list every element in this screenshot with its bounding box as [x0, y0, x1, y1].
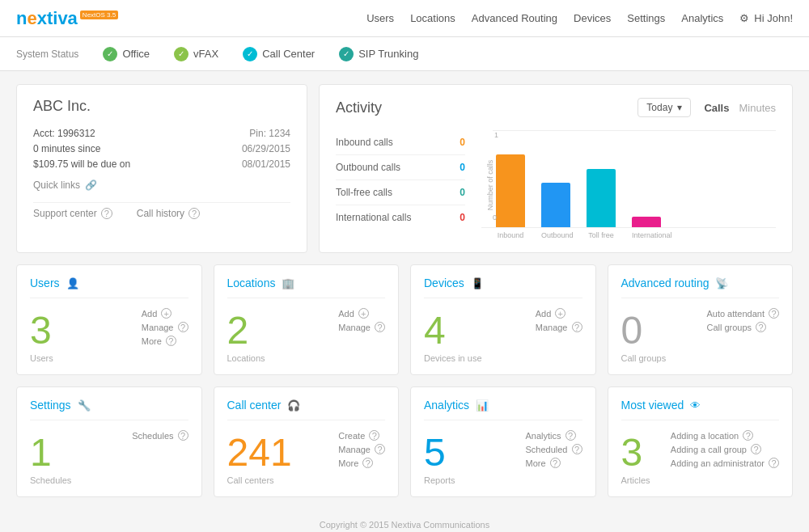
locations-count: 2 [227, 311, 265, 350]
activity-filter[interactable]: Today ▾ [637, 98, 691, 117]
nav-advanced-routing[interactable]: Advanced Routing [472, 12, 557, 24]
nav-locations[interactable]: Locations [410, 12, 455, 24]
scheduled-icon: ? [572, 444, 582, 454]
users-more[interactable]: More? [142, 336, 188, 346]
widget-devices: Devices 📱 4 Devices in use Add+ Manage? [410, 264, 596, 375]
add-location-label: Adding a location [671, 431, 739, 441]
locations-actions: Add+ Manage? [338, 308, 385, 332]
nav-devices[interactable]: Devices [574, 12, 611, 24]
analytics-analytics[interactable]: Analytics? [526, 430, 582, 441]
subnav-sip-trunking[interactable]: ✓ SIP Trunking [339, 47, 418, 61]
more-label: More [526, 458, 546, 468]
settings-actions: Schedules? [132, 430, 188, 441]
analytics-actions: Analytics? Scheduled? More? [526, 430, 582, 468]
analytics-more[interactable]: More? [526, 458, 582, 468]
mostviewed-add-callgroup[interactable]: Adding a call group? [671, 444, 779, 454]
widget-analytics-header: Analytics 📊 [424, 399, 582, 420]
manage-label: Manage [338, 323, 371, 332]
office-status-icon: ✓ [103, 47, 117, 61]
international-label: International calls [336, 212, 411, 223]
routing-call-groups[interactable]: Call groups? [706, 322, 779, 332]
footer: Copyright © 2015 Nextiva Communications [0, 510, 809, 532]
devices-actions: Add+ Manage? [536, 308, 582, 332]
footer-text: Copyright © 2015 Nextiva Communications [320, 520, 489, 530]
call-history-label: Call history [137, 208, 184, 219]
nav-users[interactable]: Users [366, 12, 394, 24]
add-icon: + [358, 308, 369, 319]
widget-mostviewed-title: Most viewed [621, 399, 684, 412]
activity-card: Activity Today ▾ Calls Minutes Inbound c… [319, 84, 793, 253]
company-name: ABC Inc. [33, 98, 290, 115]
more-label: More [338, 458, 358, 468]
devices-count: 4 [424, 311, 482, 350]
users-count: 3 [30, 311, 53, 350]
locations-icon: 🏢 [282, 277, 294, 289]
users-manage[interactable]: Manage? [142, 322, 188, 332]
callcenter-more[interactable]: More? [338, 458, 385, 468]
quick-links[interactable]: Quick links 🔗 [33, 179, 290, 191]
settings-schedules[interactable]: Schedules? [132, 430, 188, 441]
analytics-scheduled[interactable]: Scheduled? [526, 444, 582, 454]
locations-manage[interactable]: Manage? [338, 322, 385, 332]
vfax-label: vFAX [193, 48, 218, 60]
outbound-value: 0 [460, 162, 465, 173]
subnav-office[interactable]: ✓ Office [103, 47, 150, 61]
routing-auto-attendant[interactable]: Auto attendant? [706, 308, 779, 319]
add-callgroup-label: Adding a call group [671, 445, 747, 454]
locations-add[interactable]: Add+ [338, 308, 385, 319]
office-label: Office [122, 48, 150, 60]
create-label: Create [338, 431, 365, 441]
callcenter-create[interactable]: Create? [338, 430, 385, 441]
callcenter-count: 241 [227, 433, 292, 472]
call-groups-icon: ? [756, 322, 766, 332]
inbound-label: Inbound calls [336, 137, 393, 148]
nav-settings[interactable]: Settings [627, 12, 665, 24]
devices-add[interactable]: Add+ [536, 308, 582, 319]
routing-count: 0 [621, 311, 667, 350]
widget-settings-header: Settings 🔧 [30, 399, 188, 420]
call-history-link[interactable]: Call history ? [137, 208, 200, 219]
locations-sublabel: Locations [227, 353, 265, 363]
tab-calls[interactable]: Calls [704, 102, 729, 114]
devices-manage[interactable]: Manage? [536, 322, 582, 332]
widget-users-body: 3 Users Add+ Manage? More? [30, 308, 188, 363]
manage-icon: ? [375, 322, 385, 332]
widget-analytics-body: 5 Reports Analytics? Scheduled? More? [424, 430, 582, 485]
routing-actions: Auto attendant? Call groups? [706, 308, 779, 332]
call-history-icon: ? [188, 208, 200, 219]
users-icon: 👤 [66, 277, 79, 289]
inbound-stat: Inbound calls 0 [336, 130, 465, 155]
more-icon: ? [166, 336, 176, 346]
support-links: Support center ? Call history ? [33, 208, 290, 219]
activity-stats: Inbound calls 0 Outbound calls 0 Toll-fr… [336, 130, 465, 239]
users-sublabel: Users [30, 353, 53, 363]
chart-label-tollfree: Toll free [587, 231, 616, 239]
bar-outbound-rect [541, 183, 570, 227]
nav-analytics[interactable]: Analytics [681, 12, 723, 24]
mostviewed-add-location[interactable]: Adding a location? [671, 430, 779, 441]
support-center-label: Support center [33, 208, 97, 219]
tollfree-stat: Toll-free calls 0 [336, 180, 465, 205]
subnav-call-center[interactable]: ✓ Call Center [243, 47, 315, 61]
manage-label: Manage [142, 323, 174, 332]
chart-bars [481, 130, 776, 227]
subnav-vfax[interactable]: ✓ vFAX [174, 47, 218, 61]
support-center-link[interactable]: Support center ? [33, 208, 112, 219]
top-panels: ABC Inc. Acct: 1996312 Pin: 1234 0 minut… [16, 84, 793, 253]
callcenter-manage[interactable]: Manage? [338, 444, 385, 454]
more-icon: ? [362, 458, 373, 468]
acct-row: Acct: 1996312 Pin: 1234 [33, 128, 290, 139]
chart-label-inbound: Inbound [496, 231, 525, 239]
manage-label: Manage [536, 323, 568, 332]
activity-tabs: Calls Minutes [704, 102, 776, 114]
mostviewed-add-admin[interactable]: Adding an administrator? [671, 458, 779, 468]
add-location-icon: ? [743, 430, 753, 441]
tab-minutes[interactable]: Minutes [739, 102, 776, 114]
tollfree-value: 0 [460, 187, 465, 198]
tollfree-label: Toll-free calls [336, 187, 392, 198]
outbound-label: Outbound calls [336, 162, 400, 173]
widget-mostviewed-body: 3 Articles Adding a location? Adding a c… [621, 430, 780, 485]
outbound-stat: Outbound calls 0 [336, 155, 465, 180]
international-stat: International calls 0 [336, 205, 465, 230]
users-add[interactable]: Add+ [142, 308, 188, 319]
